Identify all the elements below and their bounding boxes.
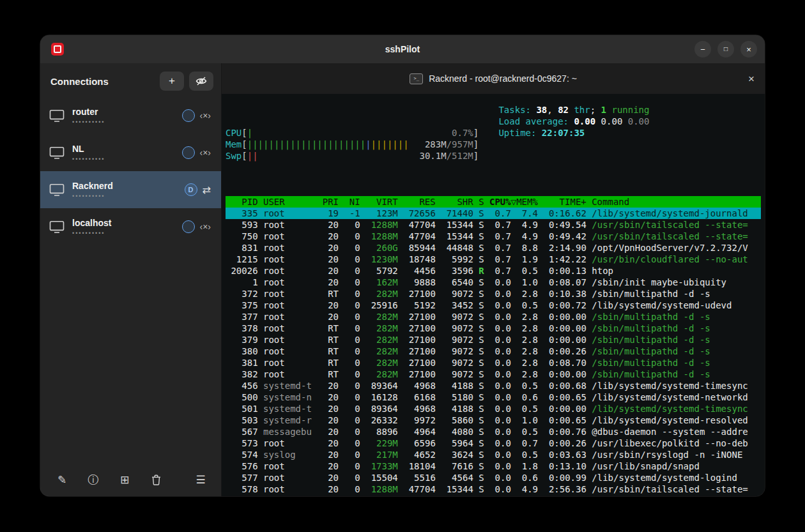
process-row-1215[interactable]: 1215 root 20 0 1230M 18748 5992 S 0.7 1.… — [226, 254, 761, 265]
cell-pri: 20 — [323, 266, 339, 276]
connection-item-racknerd[interactable]: Racknerd •••••••••• D ⇄ — [40, 171, 221, 208]
text-span — [317, 323, 322, 333]
cell-mem: 1.9 — [516, 254, 538, 264]
cell-pri: 20 — [323, 392, 339, 402]
process-row-1[interactable]: 1 root 20 0 162M 9888 6540 S 0.0 1.0 0:0… — [226, 277, 761, 288]
connection-item-localhost[interactable]: localhost •••••••••• ‹×› — [40, 208, 221, 245]
text-span — [436, 484, 441, 494]
process-row-380[interactable]: 380 root RT 0 282M 27100 9072 S 0.0 2.8 … — [226, 346, 761, 357]
process-row-576[interactable]: 576 root 20 0 1733M 18104 7616 S 0.0 1.8… — [226, 460, 761, 472]
text-span — [360, 243, 365, 253]
process-row-335[interactable]: 335 root 19 -1 123M 72656 71440 S 0.7 7.… — [226, 208, 761, 219]
stats-line: Load average: 0.00 0.00 0.00 — [498, 116, 649, 127]
process-row-578[interactable]: 578 root 20 0 1288M 47704 15344 S 0.0 4.… — [226, 483, 761, 495]
stats-segment: Load average: — [498, 116, 574, 126]
cell-shr: 4080 — [441, 427, 473, 437]
text-span — [317, 277, 322, 287]
text-span — [398, 358, 403, 368]
text-span — [484, 231, 489, 241]
text-span — [484, 415, 489, 425]
connection-item-nl[interactable]: NL •••••••••• ‹×› — [40, 134, 221, 171]
process-row-579[interactable]: 579 root 20 0 383M 9704 7788 S 0.0 1.0 0… — [226, 495, 761, 496]
cell-ni: 0 — [344, 266, 360, 276]
cell-state: S — [479, 289, 484, 299]
text-span — [484, 289, 489, 299]
title-bar[interactable]: sshPilot − □ × — [40, 35, 765, 63]
text-span — [398, 208, 403, 218]
cell-res: 27100 — [403, 289, 436, 299]
tab-close-button[interactable]: × — [748, 73, 755, 84]
bracket: [ — [241, 151, 247, 161]
edit-connection-button[interactable]: ✎ — [56, 473, 68, 486]
cell-shr: 9072 — [441, 346, 473, 356]
terminal-tab-bar[interactable]: >_ Racknerd - root@racknerd-0c9627: ~ × — [222, 63, 765, 94]
delete-connection-button[interactable] — [150, 473, 162, 486]
process-row-501[interactable]: 501 systemd-t 20 0 89364 4968 4188 S 0.0… — [226, 403, 761, 414]
sidebar-toolbar: ✎ ⓘ ⊞ ☰ — [40, 466, 221, 496]
process-row-573[interactable]: 573 root 20 0 229M 6596 5964 S 0.0 0.7 0… — [226, 437, 761, 449]
cell-user: root — [263, 438, 317, 448]
text-span — [473, 231, 479, 241]
connection-item-router[interactable]: router •••••••••• ‹×› — [40, 97, 221, 134]
process-row-377[interactable]: 377 root 20 0 282M 27100 9072 S 0.0 2.8 … — [226, 311, 761, 323]
process-row-500[interactable]: 500 systemd-n 20 0 16128 6168 5180 S 0.0… — [226, 391, 761, 403]
process-row-577[interactable]: 577 root 20 0 15504 5516 4564 S 0.0 0.6 … — [226, 472, 761, 483]
bracket: [ — [241, 139, 247, 149]
minimize-button[interactable]: − — [694, 41, 711, 57]
cell-state: R — [479, 266, 484, 276]
cell-cpu: 0.0 — [489, 289, 511, 299]
process-row-372[interactable]: 372 root RT 0 282M 27100 9072 S 0.0 2.8 … — [226, 288, 761, 300]
text-span — [317, 300, 322, 310]
process-row-375[interactable]: 375 root 20 0 25916 5192 3452 S 0.0 0.5 … — [226, 300, 761, 311]
text-span — [360, 450, 365, 460]
cell-pid: 382 — [226, 369, 258, 379]
process-row-593[interactable]: 593 root 20 0 1288M 47704 15344 S 0.7 4.… — [226, 219, 761, 231]
close-button[interactable]: × — [740, 41, 757, 57]
cell-virt: 1230M — [365, 254, 398, 264]
stats-segment: thr — [569, 105, 590, 115]
cell-virt: 217M — [365, 450, 398, 460]
text-span — [398, 461, 403, 471]
hide-passwords-button[interactable] — [189, 72, 213, 91]
cell-state: S — [479, 335, 484, 345]
htop-header-area: CPU[| 0.7%]Mem[|||||||||||||||||||||||||… — [226, 104, 761, 196]
terminal-screen[interactable]: CPU[| 0.7%]Mem[|||||||||||||||||||||||||… — [222, 94, 765, 496]
cell-command: /sbin/multipathd -d -s — [592, 369, 710, 379]
cell-pid: 1215 — [226, 254, 258, 264]
stats-segment: 22:07:35 — [542, 128, 585, 138]
text-span — [360, 300, 365, 310]
process-row-503[interactable]: 503 systemd-r 20 0 26332 9972 5860 S 0.0… — [226, 414, 761, 426]
maximize-button[interactable]: □ — [717, 41, 734, 57]
process-row-379[interactable]: 379 root RT 0 282M 27100 9072 S 0.0 2.8 … — [226, 334, 761, 346]
process-row-382[interactable]: 382 root RT 0 282M 27100 9072 S 0.0 2.8 … — [226, 369, 761, 380]
process-row-831[interactable]: 831 root 20 0 260G 85944 44848 S 0.7 8.8… — [226, 242, 761, 254]
process-row-381[interactable]: 381 root RT 0 282M 27100 9072 S 0.0 2.8 … — [226, 357, 761, 369]
bracket: ] — [473, 151, 479, 161]
process-row-574[interactable]: 574 syslog 20 0 217M 4652 3624 S 0.0 0.5… — [226, 449, 761, 460]
cell-state: S — [479, 484, 484, 494]
text-span — [317, 427, 322, 437]
text-span — [317, 496, 322, 496]
text-span — [473, 289, 479, 299]
process-row-20026[interactable]: 20026 root 20 0 5792 4456 3596 R 0.7 0.5… — [226, 265, 761, 277]
cell-command: /usr/sbin/tailscaled --state= — [592, 220, 747, 230]
cell-shr: 15344 — [441, 231, 473, 241]
text-span — [484, 346, 489, 356]
process-row-456[interactable]: 456 systemd-t 20 0 89364 4968 4188 S 0.0… — [226, 380, 761, 391]
process-row-750[interactable]: 750 root 20 0 1288M 47704 15344 S 0.7 4.… — [226, 231, 761, 242]
cell-mem: 0.5 — [516, 404, 538, 414]
info-button[interactable]: ⓘ — [87, 473, 100, 486]
cell-virt: 5792 — [365, 266, 398, 276]
process-row-378[interactable]: 378 root RT 0 282M 27100 9072 S 0.0 2.8 … — [226, 323, 761, 334]
add-connection-button[interactable]: + — [160, 72, 184, 91]
process-row-567[interactable]: 567 messagebu 20 0 8896 4964 4080 S 0.0 … — [226, 426, 761, 437]
text-span — [436, 461, 441, 471]
cell-mem: 0.5 — [516, 450, 538, 460]
process-table-header[interactable]: PID USER PRI NI VIRT RES SHR S CPU%▽MEM%… — [226, 196, 761, 208]
menu-button[interactable]: ☰ — [194, 473, 207, 486]
cell-pid: 500 — [226, 392, 258, 402]
app-window: sshPilot − □ × Connections + — [40, 35, 765, 496]
duplicate-connection-button[interactable]: ⊞ — [118, 473, 131, 486]
cell-shr: 5860 — [441, 415, 473, 425]
text-span — [360, 473, 365, 483]
